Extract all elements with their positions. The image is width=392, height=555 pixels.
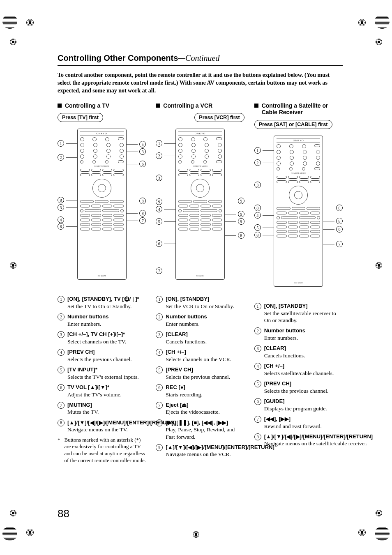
callout: 2 [254,159,277,166]
list-item: 9[▲]/[▼]/[◀]/[▶]/[MENU]/[ENTER]/[RETURN]… [156,444,244,458]
callout: 4 [254,212,277,219]
section-heading: Controlling a VCR [156,102,244,109]
footnote-text: Buttons marked with an asterisk (*) are … [65,437,146,465]
bullet-square-icon [156,104,160,108]
callout: 5 [254,224,277,231]
intro-paragraph: To control another component, point the … [58,71,343,95]
list-item: 3[CLEAR]Cancels functions. [156,331,244,345]
callout: 5 [156,218,178,225]
list-item: 5[PREV CH]Selects the previous channel. [156,366,244,380]
press-first-box: Press [TV] first [58,113,103,122]
list-item: 5[TV INPUT]*Selects the TV's external in… [58,366,146,380]
list-item: 1[ON], [STANDBY]Set the VCR to On or Sta… [156,295,244,310]
callout: 4 [156,206,178,212]
press-first-box: Press [SAT] or [CABLE] first [254,120,332,129]
callout: 2 [156,152,178,159]
list-item: 8[▶], [❚❚], [■], [◀◀], [▶▶]Play, Pause, … [156,419,244,440]
asterisk-icon: * [58,437,60,465]
section-heading: Controlling a TV [58,102,146,109]
registration-mark-icon [375,14,390,29]
callout: 7 [156,267,178,274]
remote-diagram: 1 2 3 8 4 5 8 8 8 6 7 ONKYO REMOTE [254,131,343,296]
list-item: 4[PREV CH]Selects the previous channel. [58,348,146,363]
list-item: 4[CH +/–]Selects satellite/cable channel… [254,362,343,377]
crop-mark-icon [10,39,16,45]
list-item: 4[CH +/–]Selects channels on the VCR. [156,348,244,363]
column-tv: Controlling a TV Press [TV] first 1 2 8 … [58,102,146,464]
column-vcr: Controlling a VCR Press [VCR] first 1 2 … [156,102,244,464]
list-item: 1[ON], [STANDBY]Set the satellite/cable … [254,302,343,324]
list-item: 8[▲]/[▼]/[◀]/[▶]/[MENU]/[ENTER]/[RETURN]… [58,419,146,433]
bullet-square-icon [58,104,62,108]
press-first-box: Press [VCR] first [194,113,244,122]
item-list: 1[ON], [STANDBY]Set the satellite/cable … [254,302,343,447]
callout: 8 [254,232,277,238]
dpad-icon [92,179,111,198]
list-item: 2Number buttonsEnter numbers. [156,313,244,327]
callout: 8 [124,210,146,216]
section-heading: Controlling a Satellite or Cable Receive… [254,102,343,116]
remote-diagram: 1 2 8 3 4 8 5 3 6 8 8 7 ONKYO [58,124,146,289]
remote-illustration: ONKYO REMOTE MODE [274,136,323,287]
callout: 8 [58,197,80,203]
crop-mark-icon [358,529,366,536]
registration-mark-icon [375,526,390,541]
callout: 3 [124,148,146,155]
bullet-square-icon [254,104,258,108]
list-item: 3[CH +/–], TV CH [+]/[–]*Select channels… [58,331,146,345]
model-label: RC-620M [277,282,320,284]
crop-mark-icon [10,262,16,269]
list-item: 6REC [●]Starts recording. [156,384,244,398]
remote-mode-label: REMOTE MODE [178,165,222,167]
title-continued: —Continued [178,53,219,62]
crop-mark-icon [10,510,16,516]
callout: 6 [156,240,178,247]
remote-mode-label: REMOTE MODE [80,165,124,167]
callout: 9 [222,198,244,204]
list-item: 6[GUIDE]Displays the program guide. [254,398,343,412]
list-item: 5[PREV CH]Selects the previous channel. [254,380,343,394]
callout: 1 [58,140,80,147]
registration-mark-icon [2,14,17,29]
crop-mark-icon [358,19,366,26]
list-item: 6TV VOL [▲]/[▼]*Adjust the TV's volume. [58,384,146,398]
callout: 2 [58,154,80,161]
heading-text: Controlling a VCR [163,102,212,109]
dpad-icon [289,186,308,205]
callout: 3 [254,182,277,188]
dpad-icon [191,179,210,198]
callout: 4 [58,216,80,223]
callout: 8 [254,205,277,211]
callout: 8 [321,205,343,211]
callout: 9 [222,211,244,217]
remote-illustration: ONKYO REMOTE MODE [175,129,225,280]
item-list: 1[ON], [STANDBY], TV [⏻/ | ]*Set the TV … [58,295,146,433]
list-item: 3[CLEAR]Cancels functions. [254,345,343,359]
list-item: 8[▲]/[▼]/[◀]/[▶]/[MENU]/[ENTER]/[RETURN]… [254,433,343,447]
callout: 7 [321,241,343,247]
list-item: 7[MUTING]Mutes the TV. [58,401,146,416]
list-item: 2Number buttonsEnter numbers. [254,327,343,341]
list-item: 1[ON], [STANDBY], TV [⏻/ | ]*Set the TV … [58,295,146,310]
callout: 8 [222,232,244,239]
list-item: 2Number buttonsEnter numbers. [58,313,146,327]
callout: 3 [156,175,178,181]
callout: 1 [156,140,178,147]
list-item: 7[◀◀], [▶▶]Rewind and Fast forward. [254,415,343,430]
callout: 8 [58,223,80,230]
model-label: RC-620M [178,275,222,277]
crop-mark-icon [26,19,34,26]
callout: 5 [124,141,146,147]
list-item: 7Eject [⏏]Ejects the videocassette. [156,401,244,416]
callout: 7 [124,217,146,224]
heading-text: Controlling a Satellite or Cable Receive… [262,102,343,116]
page-title: Controlling Other Components—Continued [58,53,343,66]
model-label: RC-620M [80,275,124,277]
remote-diagram: 1 2 3 9 4 5 6 7 9 9 9 8 ONKYO [156,124,244,289]
callout: 6 [321,226,343,233]
manual-page: Controlling Other Components—Continued T… [0,0,392,555]
callout: 3 [58,204,80,211]
item-list: 1[ON], [STANDBY]Set the VCR to On or Sta… [156,295,244,458]
callout: 9 [222,218,244,225]
column-sat-cable: Controlling a Satellite or Cable Receive… [254,102,343,464]
